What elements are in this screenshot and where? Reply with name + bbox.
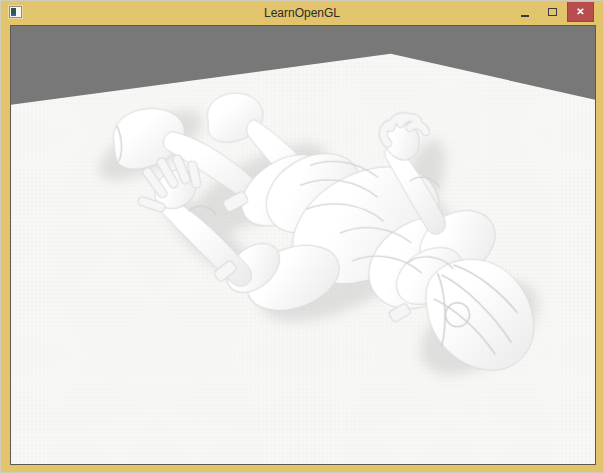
window-title: LearnOpenGL bbox=[1, 6, 603, 20]
close-icon: ✕ bbox=[576, 6, 584, 17]
rendered-scene bbox=[11, 26, 595, 464]
opengl-viewport[interactable] bbox=[10, 25, 596, 465]
minimize-icon bbox=[521, 15, 529, 17]
app-window: LearnOpenGL ✕ bbox=[0, 0, 604, 473]
window-controls: ✕ bbox=[516, 2, 594, 22]
maximize-icon bbox=[548, 8, 557, 16]
titlebar[interactable]: LearnOpenGL ✕ bbox=[1, 1, 603, 25]
close-button[interactable]: ✕ bbox=[567, 2, 594, 22]
maximize-button[interactable] bbox=[542, 3, 562, 22]
minimize-button[interactable] bbox=[516, 3, 534, 22]
